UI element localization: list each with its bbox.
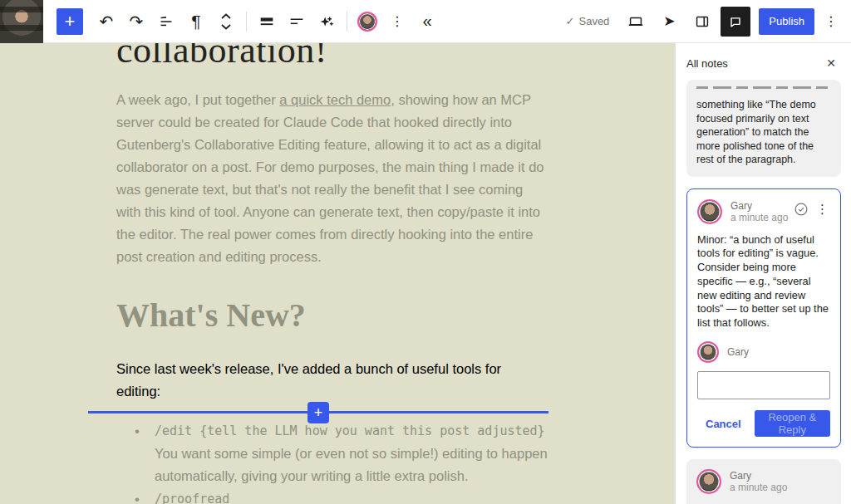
ellipsis-icon: ⋮ — [824, 13, 838, 29]
more-options-button[interactable]: ⋮ — [819, 7, 843, 37]
list-item[interactable]: /proofread Find and automatically fix si… — [116, 488, 548, 504]
plus-icon: + — [65, 12, 76, 31]
redo-icon: ↷ — [130, 12, 144, 32]
intro-text-pre: A week ago, I put together — [116, 92, 279, 107]
reply-author-row: Gary — [697, 341, 830, 363]
paragraph-icon: ¶ — [191, 12, 200, 32]
block-inserter-button[interactable]: + — [57, 8, 83, 35]
redo-button[interactable]: ↷ — [121, 2, 151, 42]
note-meta: Gary a minute ago — [730, 469, 787, 494]
note-meta: Gary a minute ago — [730, 199, 788, 224]
tech-demo-link[interactable]: a quick tech demo — [279, 92, 391, 107]
close-notes-button[interactable]: ✕ — [824, 55, 838, 71]
ellipsis-icon: ⋮ — [391, 13, 404, 29]
post-content-column: collaboration! A week ago, I put togethe… — [116, 43, 548, 504]
notes-panel-button[interactable] — [721, 7, 750, 37]
sidebar-toggle-icon — [693, 12, 711, 31]
ellipsis-icon: ⋮ — [816, 202, 829, 217]
settings-sidebar-button[interactable] — [687, 7, 717, 37]
undo-icon: ↶ — [100, 12, 114, 32]
intro-text-post: , showing how an MCP server could be cre… — [116, 92, 544, 264]
tools-list-block[interactable]: /edit {tell the LLM how you want this po… — [116, 420, 548, 504]
note-author: Gary — [730, 200, 788, 212]
align-text-button[interactable] — [252, 2, 282, 42]
note-text: Minor: “a bunch of useful tools for edit… — [697, 233, 830, 331]
list-item-command: /edit {tell the LLM how you want this po… — [155, 420, 548, 443]
notes-sidebar-title: All notes — [686, 57, 728, 70]
topbar-right-group: ✓ Saved ➤ Publish — [566, 7, 851, 37]
notes-sidebar: All notes ✕ something like “The demo foc… — [675, 43, 851, 504]
list-item[interactable]: /edit {tell the LLM how you want this po… — [116, 420, 548, 487]
save-status-label: Saved — [578, 15, 609, 27]
comment-icon — [727, 13, 744, 30]
note-card-active[interactable]: Gary a minute ago ⋮ — [686, 188, 841, 448]
plus-icon: + — [314, 405, 323, 420]
block-insertion-indicator: + — [88, 411, 548, 413]
move-up-down-icon — [219, 12, 234, 32]
preview-button[interactable] — [621, 7, 651, 37]
editor-topbar: + ↶ ↷ ¶ — [0, 0, 851, 43]
clipped-text-remnant — [696, 86, 831, 94]
ai-assistant-button[interactable] — [312, 2, 342, 42]
reopen-reply-button[interactable]: Reopen & Reply — [755, 410, 830, 437]
close-icon: ✕ — [826, 56, 836, 70]
undo-button[interactable]: ↶ — [91, 2, 121, 42]
check-circle-icon — [793, 201, 809, 218]
selected-paragraph-block[interactable]: Since last week's release, I've added a … — [116, 358, 548, 403]
reply-input[interactable] — [697, 371, 830, 399]
collapse-icon: « — [422, 12, 431, 31]
cancel-button[interactable]: Cancel — [697, 413, 750, 435]
site-icon[interactable] — [0, 0, 43, 43]
reply-author: Gary — [727, 346, 749, 358]
collapse-toolbar-button[interactable]: « — [412, 2, 442, 42]
reply-actions: Cancel Reopen & Reply — [697, 410, 830, 437]
publish-button[interactable]: Publish — [759, 8, 814, 35]
note-actions: ⋮ — [791, 199, 830, 219]
note-text: something like “The demo focused primari… — [696, 98, 831, 167]
avatar — [697, 341, 719, 363]
intro-paragraph-block[interactable]: A week ago, I put together a quick tech … — [116, 89, 548, 268]
save-status[interactable]: ✓ Saved — [566, 15, 610, 27]
list-item-description: You want some simple (or even not so sim… — [155, 443, 548, 487]
note-author: Gary — [730, 470, 787, 482]
paragraph-block-button[interactable]: ¶ — [181, 2, 211, 42]
note-timestamp: a minute ago — [730, 212, 788, 224]
align-thick-icon — [258, 12, 276, 31]
note-card[interactable]: something like “The demo focused primari… — [686, 80, 841, 177]
notes-sidebar-header: All notes ✕ — [676, 43, 851, 80]
toolbar-separator — [246, 12, 247, 32]
editor-main: collaboration! A week ago, I put togethe… — [0, 43, 851, 504]
sparkles-icon — [317, 12, 336, 31]
check-icon: ✓ — [566, 15, 575, 27]
note-options-button[interactable]: ⋮ — [814, 200, 830, 218]
collaborator-presence[interactable] — [352, 2, 382, 42]
list-item-command: /proofread — [155, 488, 548, 504]
block-options-button[interactable]: ⋮ — [382, 2, 412, 42]
avatar — [696, 469, 721, 494]
notes-list: something like “The demo focused primari… — [676, 80, 851, 504]
block-mover-button[interactable] — [211, 2, 241, 42]
whats-new-heading-block[interactable]: What's New? — [116, 296, 548, 335]
document-overview-button[interactable] — [151, 2, 181, 42]
resolve-note-button[interactable] — [791, 199, 811, 219]
post-title[interactable]: collaboration! — [116, 43, 548, 71]
list-view-icon — [157, 12, 175, 31]
align-left-icon — [288, 12, 306, 31]
note-header: Gary a minute ago — [696, 469, 831, 494]
note-card[interactable]: Gary a minute ago The list items mix two… — [686, 459, 841, 504]
send-button[interactable]: ➤ — [654, 7, 684, 37]
toolbar-separator — [347, 12, 347, 32]
note-timestamp: a minute ago — [730, 482, 787, 494]
collaborator-avatar — [357, 12, 377, 32]
align-left-button[interactable] — [282, 2, 312, 42]
laptop-icon — [627, 12, 645, 31]
editor-canvas[interactable]: collaboration! A week ago, I put togethe… — [0, 43, 675, 504]
gutenberg-editor: + ↶ ↷ ¶ — [0, 0, 851, 504]
note-header: Gary a minute ago ⋮ — [697, 199, 830, 224]
send-icon: ➤ — [663, 12, 675, 30]
avatar — [697, 199, 722, 224]
